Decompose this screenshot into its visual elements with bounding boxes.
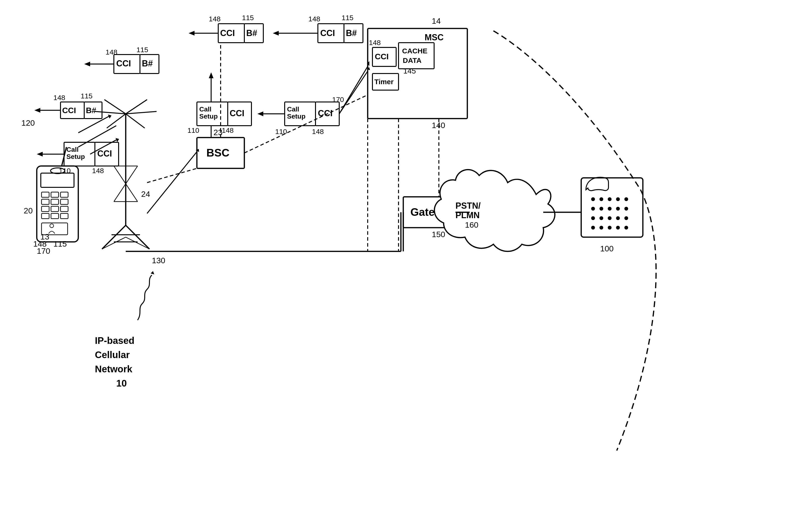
bsc-label: BSC — [206, 146, 229, 159]
svg-text:Setup: Setup — [66, 153, 85, 160]
svg-point-126 — [608, 207, 612, 210]
svg-text:10: 10 — [116, 378, 127, 388]
svg-text:120: 120 — [21, 118, 35, 127]
svg-text:CCI: CCI — [230, 108, 244, 118]
svg-text:B#: B# — [246, 28, 257, 38]
svg-text:150: 150 — [432, 230, 445, 239]
svg-text:170: 170 — [332, 95, 344, 104]
svg-text:CCI: CCI — [116, 59, 131, 68]
svg-text:MSC: MSC — [425, 32, 444, 42]
svg-point-125 — [600, 207, 603, 210]
svg-text:B#: B# — [142, 59, 153, 68]
svg-text:148: 148 — [53, 94, 65, 101]
svg-point-133 — [624, 216, 628, 220]
svg-point-130 — [600, 216, 603, 220]
svg-point-121 — [608, 197, 612, 201]
svg-text:110: 110 — [59, 167, 71, 175]
svg-text:B#: B# — [86, 106, 96, 115]
svg-point-131 — [608, 216, 612, 220]
svg-text:14: 14 — [432, 16, 441, 25]
svg-point-137 — [616, 226, 620, 230]
svg-text:CACHE: CACHE — [402, 47, 427, 55]
svg-point-127 — [616, 207, 620, 210]
svg-point-132 — [616, 216, 620, 220]
svg-text:CCI: CCI — [97, 149, 112, 158]
svg-text:148: 148 — [92, 167, 104, 175]
svg-text:160: 160 — [465, 220, 478, 229]
svg-text:Call: Call — [66, 146, 78, 153]
svg-point-120 — [600, 197, 603, 201]
svg-text:Call: Call — [199, 106, 211, 113]
svg-point-129 — [591, 216, 595, 220]
label-170-phone: 170 — [37, 246, 50, 255]
svg-text:Setup: Setup — [287, 113, 306, 120]
svg-text:115: 115 — [81, 92, 92, 100]
svg-text:148: 148 — [308, 15, 320, 23]
svg-rect-0 — [0, 0, 812, 521]
bsc-number: 23 — [213, 128, 223, 137]
svg-text:Timer: Timer — [374, 78, 393, 86]
svg-text:IP-based: IP-based — [95, 335, 135, 346]
svg-point-122 — [616, 197, 620, 201]
svg-point-119 — [591, 197, 595, 201]
svg-text:Cellular: Cellular — [95, 349, 130, 360]
svg-text:110: 110 — [187, 127, 199, 134]
svg-text:115: 115 — [136, 46, 148, 53]
svg-text:Setup: Setup — [199, 113, 218, 120]
svg-text:CCI: CCI — [318, 108, 333, 118]
svg-text:148: 148 — [209, 15, 221, 23]
svg-text:148: 148 — [369, 39, 381, 46]
mobile-label-20: 20 — [24, 206, 33, 215]
label-115-phone: 115 — [53, 239, 67, 248]
svg-text:148: 148 — [222, 127, 234, 134]
svg-point-124 — [591, 207, 595, 210]
svg-point-138 — [624, 226, 628, 230]
svg-text:DATA: DATA — [403, 56, 422, 64]
svg-text:145: 145 — [403, 67, 416, 75]
svg-text:CCI: CCI — [220, 28, 235, 38]
svg-text:Network: Network — [95, 364, 133, 374]
svg-text:115: 115 — [242, 14, 254, 22]
svg-text:130: 130 — [152, 256, 165, 265]
diagram: 20 13 115 148 170 24 — [0, 0, 812, 521]
svg-text:CCI: CCI — [62, 106, 76, 115]
svg-text:148: 148 — [106, 48, 117, 56]
svg-text:PSTN/: PSTN/ — [455, 201, 481, 210]
svg-text:CCI: CCI — [375, 52, 389, 61]
svg-text:115: 115 — [342, 14, 354, 22]
svg-text:100: 100 — [600, 244, 614, 253]
svg-point-136 — [608, 226, 612, 230]
svg-text:Call: Call — [287, 106, 299, 113]
svg-point-128 — [624, 207, 628, 210]
svg-point-135 — [600, 226, 603, 230]
tower-label-24: 24 — [141, 189, 150, 199]
svg-text:148: 148 — [312, 128, 324, 135]
svg-point-134 — [591, 226, 595, 230]
svg-text:110: 110 — [275, 128, 287, 135]
svg-text:B#: B# — [346, 28, 357, 38]
svg-point-123 — [624, 197, 628, 201]
svg-text:CCI: CCI — [320, 28, 335, 38]
